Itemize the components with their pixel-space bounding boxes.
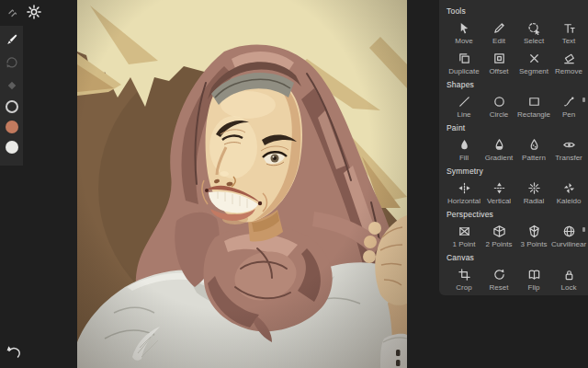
section-title: Canvas <box>447 253 588 265</box>
panel-item-kaleido[interactable]: Kaleido <box>551 178 586 209</box>
tool-panel: ToolsMoveEditSelectTextDuplicateOffsetSe… <box>439 0 588 295</box>
panel-item-label: Lock <box>561 283 577 292</box>
panel-item-line[interactable]: Line <box>447 92 481 122</box>
panel-section-shapes: ShapesLineCircleRectanglePen <box>447 80 588 122</box>
panel-item-pattern[interactable]: Pattern <box>516 135 551 166</box>
canvas-artwork <box>77 0 407 368</box>
settings-gear-icon[interactable] <box>26 4 42 20</box>
p1-icon <box>458 222 471 240</box>
panel-item-move[interactable]: Move <box>447 18 481 49</box>
panel-item-label: Vertical <box>487 197 511 205</box>
panel-item-label: Gradient <box>485 154 514 162</box>
app-window: ToolsMoveEditSelectTextDuplicateOffsetSe… <box>0 0 588 368</box>
stroke-none-swatch[interactable] <box>6 100 18 113</box>
panel-item-duplicate[interactable]: Duplicate <box>447 49 481 79</box>
panel-item-label: Crop <box>456 283 471 292</box>
panel-item-lock[interactable]: Lock <box>551 265 586 295</box>
panel-item-rectangle[interactable]: Rectangle <box>516 92 551 122</box>
panel-item-crop[interactable]: Crop <box>447 265 481 295</box>
panel-item-flip[interactable]: Flip <box>516 265 551 295</box>
pen-icon <box>562 92 576 110</box>
horizontal-icon <box>458 178 471 197</box>
panel-item-gradient[interactable]: Gradient <box>481 135 516 166</box>
panel-item-label: Move <box>455 37 473 45</box>
transfer-icon <box>562 135 576 154</box>
panel-item-text[interactable]: Text <box>551 18 586 49</box>
line-icon <box>458 92 471 110</box>
panel-item-label: Radial <box>524 197 545 205</box>
left-toolbar <box>0 26 23 166</box>
panel-item-label: Edit <box>492 37 505 45</box>
curvilinear-icon <box>562 222 576 240</box>
move-icon <box>458 18 471 37</box>
panel-item-radial[interactable]: Radial <box>516 178 551 209</box>
panel-item-label: Curvilinear <box>551 240 586 248</box>
panel-item-label: Text <box>562 37 576 45</box>
panel-item-label: Flip <box>528 283 540 292</box>
panel-item-label: 2 Points <box>486 240 513 248</box>
panel-item-label: Line <box>457 110 470 119</box>
panel-item-label: Fill <box>459 154 469 162</box>
panel-item-vertical[interactable]: Vertical <box>481 178 516 209</box>
section-title: Tools <box>447 6 588 18</box>
panel-item-remove[interactable]: Remove <box>551 49 586 79</box>
panel-section-canvas: CanvasCropResetFlipLock <box>447 253 588 295</box>
panel-item-label: Reset <box>490 283 509 292</box>
panel-item-2-points[interactable]: 2 Points <box>481 222 516 252</box>
panel-item-label: Remove <box>555 67 582 75</box>
text-icon <box>562 18 576 37</box>
panel-item-circle[interactable]: Circle <box>481 92 516 122</box>
panel-section-perspectives: Perspectives1 Point2 Points3 PointsCurvi… <box>447 210 588 252</box>
select-icon <box>527 18 541 37</box>
more-options-mark <box>582 98 585 102</box>
panel-section-tools: ToolsMoveEditSelectTextDuplicateOffsetSe… <box>447 6 588 79</box>
reset-icon <box>492 265 506 283</box>
panel-item-pen[interactable]: Pen <box>551 92 586 122</box>
section-title: Paint <box>447 123 588 135</box>
brush-tool[interactable] <box>4 31 19 47</box>
rectangle-icon <box>527 92 541 110</box>
panel-item-fill[interactable]: Fill <box>447 135 481 166</box>
panel-section-paint: PaintFillGradientPatternTransfer <box>447 123 588 166</box>
panel-item-label: Transfer <box>555 154 582 162</box>
panel-item-horizontal[interactable]: Horizontal <box>447 178 481 209</box>
flip-icon <box>527 265 541 283</box>
panel-item-label: Rectangle <box>517 110 550 119</box>
undo-icon[interactable] <box>6 344 22 361</box>
lock-icon <box>562 265 576 283</box>
secondary-color-swatch[interactable] <box>6 141 18 154</box>
section-title: Perspectives <box>447 210 588 222</box>
eraser-tool[interactable] <box>4 77 19 93</box>
drawing-canvas[interactable] <box>77 0 407 368</box>
vertical-icon <box>492 178 506 197</box>
remove-icon <box>562 49 576 67</box>
panel-item-1-point[interactable]: 1 Point <box>447 222 481 252</box>
panel-item-transfer[interactable]: Transfer <box>551 135 586 166</box>
collapse-icon[interactable] <box>6 6 20 20</box>
panel-item-label: Kaleido <box>557 197 582 205</box>
pattern-icon <box>527 135 541 154</box>
crop-icon <box>458 265 471 283</box>
radial-icon <box>527 178 541 197</box>
panel-item-label: Select <box>524 37 544 45</box>
segment-icon <box>527 49 541 67</box>
kaleido-icon <box>562 178 576 197</box>
offset-icon <box>492 49 506 67</box>
panel-item-select[interactable]: Select <box>516 18 551 49</box>
p2-icon <box>492 222 506 240</box>
panel-item-label: Pen <box>562 110 575 119</box>
panel-item-label: Circle <box>490 110 508 119</box>
panel-item-segment[interactable]: Segment <box>516 49 551 79</box>
section-title: Symmetry <box>447 167 588 178</box>
panel-item-edit[interactable]: Edit <box>481 18 516 49</box>
panel-item-label: Duplicate <box>448 67 479 75</box>
rotate-tool[interactable] <box>4 54 19 70</box>
panel-item-reset[interactable]: Reset <box>481 265 516 295</box>
panel-item-label: Horizontal <box>447 197 481 205</box>
fill-color-swatch[interactable] <box>6 121 18 133</box>
edit-icon <box>492 18 506 37</box>
panel-item-curvilinear[interactable]: Curvilinear <box>551 222 586 252</box>
panel-item-3-points[interactable]: 3 Points <box>516 222 551 252</box>
circle-icon <box>492 92 506 110</box>
panel-item-offset[interactable]: Offset <box>481 49 516 79</box>
